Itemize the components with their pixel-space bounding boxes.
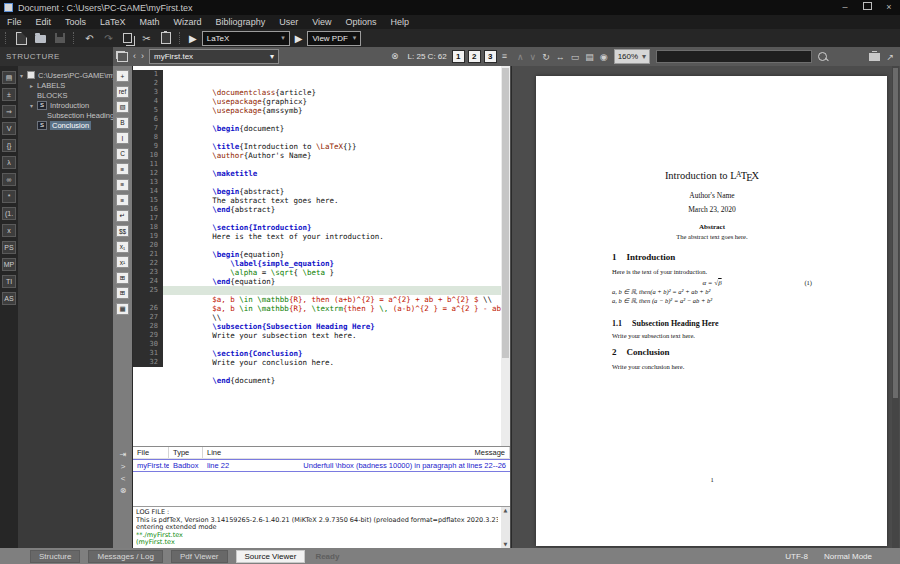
run-compile-button[interactable]: ▶ xyxy=(189,33,197,44)
expander-icon[interactable]: ▸ xyxy=(30,82,37,89)
log-nav-icon[interactable]: ⇥ xyxy=(120,450,127,459)
pdf-layout-button[interactable]: 3 xyxy=(484,50,497,63)
side-panel-icon[interactable]: TI xyxy=(2,275,16,288)
editor-line[interactable]: 26 \subsection{Subsection Heading Here} xyxy=(133,304,510,313)
format-icon[interactable]: ↵ xyxy=(116,210,129,222)
editor-line[interactable]: 32 \end{document} xyxy=(133,358,510,367)
side-panel-icon[interactable]: AS xyxy=(2,292,16,305)
format-icon[interactable]: B xyxy=(116,117,129,129)
log-nav-icon[interactable]: < xyxy=(121,474,126,483)
scrollbar-thumb[interactable] xyxy=(502,68,509,358)
view-mode-select[interactable]: View PDF ▾ xyxy=(307,31,361,46)
format-icon[interactable]: ≡ xyxy=(116,194,129,206)
structure-item[interactable]: ▸ LABELS xyxy=(18,80,113,90)
open-file-button[interactable] xyxy=(33,31,48,45)
menu-item[interactable]: Bibliography xyxy=(209,15,273,29)
menu-item[interactable]: Wizard xyxy=(167,15,209,29)
new-file-button[interactable] xyxy=(14,31,29,45)
statusbar-toggle-button[interactable]: Messages / Log xyxy=(88,550,162,563)
editor-line[interactable]: \\ xyxy=(133,295,510,304)
editor-line[interactable]: 27 Write your subsection text here. xyxy=(133,313,510,322)
side-panel-icon[interactable]: PS xyxy=(2,241,16,254)
editor-line[interactable]: 18 xyxy=(133,223,510,232)
copy-button[interactable] xyxy=(120,31,135,45)
pdf-layout-button[interactable]: 2 xyxy=(468,50,481,63)
refresh-icon[interactable]: ↻ xyxy=(542,52,550,62)
continuous-layout-icon[interactable]: ≡ xyxy=(502,47,507,66)
format-icon[interactable]: ⊞ xyxy=(116,272,129,284)
format-icon[interactable]: I xyxy=(116,132,129,144)
forward-button[interactable]: › xyxy=(141,47,144,66)
format-icon[interactable]: + xyxy=(116,70,129,82)
detach-editor-icon[interactable] xyxy=(117,52,128,62)
editor-line[interactable]: 24 $a, b \in \mathbb{R}, then (a+b)^{2} … xyxy=(133,277,510,286)
run-view-button[interactable]: ▶ xyxy=(295,33,303,44)
editor-line[interactable]: 9 xyxy=(133,142,510,151)
editor-line[interactable]: 13 The abstract text goes here. xyxy=(133,178,510,187)
editor-line[interactable]: 10 \maketitle xyxy=(133,151,510,160)
structure-item[interactable]: ▾ S Introduction xyxy=(18,100,113,110)
external-viewer-icon[interactable]: ↗ xyxy=(886,52,894,62)
format-icon[interactable]: ⊞ xyxy=(116,287,129,299)
editor-line[interactable]: 30 Write your conclusion here. xyxy=(133,340,510,349)
editor-line[interactable]: 25 $a, b \in \mathbb{R}, \textrm{then } … xyxy=(133,286,510,295)
expander-icon[interactable]: ▾ xyxy=(20,72,27,79)
side-panel-icon[interactable]: ± xyxy=(2,88,16,101)
print-icon[interactable] xyxy=(869,53,880,61)
format-icon[interactable]: $$ xyxy=(116,225,129,237)
menu-item[interactable]: Math xyxy=(133,15,167,29)
zoom-select[interactable]: 160% ▾ xyxy=(614,49,650,64)
source-editor[interactable]: 1 \documentclass{article} 2 \usepackage{… xyxy=(133,66,510,446)
editor-line[interactable]: 2 \usepackage{graphicx} xyxy=(133,79,510,88)
editor-line[interactable]: 4 xyxy=(133,97,510,106)
structure-item[interactable]: ▾ C:\Users\PC-GAME\myFirst.t xyxy=(18,70,113,80)
editor-line[interactable]: 31 xyxy=(133,349,510,358)
side-panel-icon[interactable]: * xyxy=(2,190,16,203)
fit-width-icon[interactable]: ↔ xyxy=(556,52,565,62)
statusbar-toggle-button[interactable]: Pdf Viewer xyxy=(171,550,228,563)
editor-scrollbar[interactable] xyxy=(501,66,510,446)
editor-line[interactable]: 7 \title{Introduction to \LaTeX{}} xyxy=(133,124,510,133)
menu-item[interactable]: LaTeX xyxy=(93,15,133,29)
editor-line[interactable]: 5 \begin{document} xyxy=(133,106,510,115)
paste-button[interactable] xyxy=(158,31,173,45)
redo-button[interactable]: ↷ xyxy=(101,31,116,45)
save-button[interactable] xyxy=(52,31,67,45)
editor-line[interactable]: 8 \author{Author's Name} xyxy=(133,133,510,142)
log-scrollbar[interactable]: ▲ ▼ xyxy=(501,507,510,548)
format-icon[interactable]: ≡ xyxy=(116,163,129,175)
editor-line[interactable]: 14 \end{abstract} xyxy=(133,187,510,196)
editor-line[interactable]: 20 \label{simple_equation} xyxy=(133,241,510,250)
close-button[interactable]: × xyxy=(878,0,900,15)
structure-item[interactable]: Subsection Heading Her xyxy=(18,110,113,120)
maximize-button[interactable] xyxy=(856,0,878,15)
editor-line[interactable]: 12 \begin{abstract} xyxy=(133,169,510,178)
editor-line[interactable]: 11 xyxy=(133,160,510,169)
menu-item[interactable]: Tools xyxy=(58,15,93,29)
scroll-up-icon[interactable]: ▲ xyxy=(504,507,508,515)
side-panel-icon[interactable]: {} xyxy=(2,139,16,152)
editor-line[interactable]: 21 \alpha = \sqrt{ \beta } xyxy=(133,250,510,259)
search-icon[interactable] xyxy=(818,52,827,61)
scrollbar-thumb[interactable] xyxy=(893,68,898,398)
structure-item[interactable]: BLOCKS xyxy=(18,90,113,100)
cut-button[interactable]: ✂ xyxy=(139,31,154,45)
side-panel-icon[interactable]: MP xyxy=(2,258,16,271)
side-panel-icon[interactable]: ▤ xyxy=(2,71,16,84)
editor-line[interactable]: 15 xyxy=(133,196,510,205)
statusbar-toggle-button[interactable]: Source Viewer xyxy=(236,550,306,563)
side-panel-icon[interactable]: (1. xyxy=(2,207,16,220)
open-file-select[interactable]: myFirst.tex ▾ xyxy=(149,49,279,64)
pdf-viewer-panel[interactable]: Introduction to LATEX Author's Name Marc… xyxy=(511,66,900,548)
editor-line[interactable]: 1 \documentclass{article} xyxy=(133,70,510,79)
format-icon[interactable]: x¹ xyxy=(116,256,129,268)
next-page-icon[interactable]: ∨ xyxy=(530,52,537,62)
format-icon[interactable]: ▦ xyxy=(116,303,129,315)
menu-item[interactable]: File xyxy=(0,15,29,29)
menu-item[interactable]: User xyxy=(272,15,305,29)
presentation-icon[interactable]: ◉ xyxy=(600,52,608,62)
pdf-search-input[interactable] xyxy=(656,50,812,63)
structure-item[interactable]: S Conclusion xyxy=(18,120,113,130)
editor-line[interactable]: 29 \section{Conclusion} xyxy=(133,331,510,340)
side-panel-icon[interactable]: ∞ xyxy=(2,173,16,186)
